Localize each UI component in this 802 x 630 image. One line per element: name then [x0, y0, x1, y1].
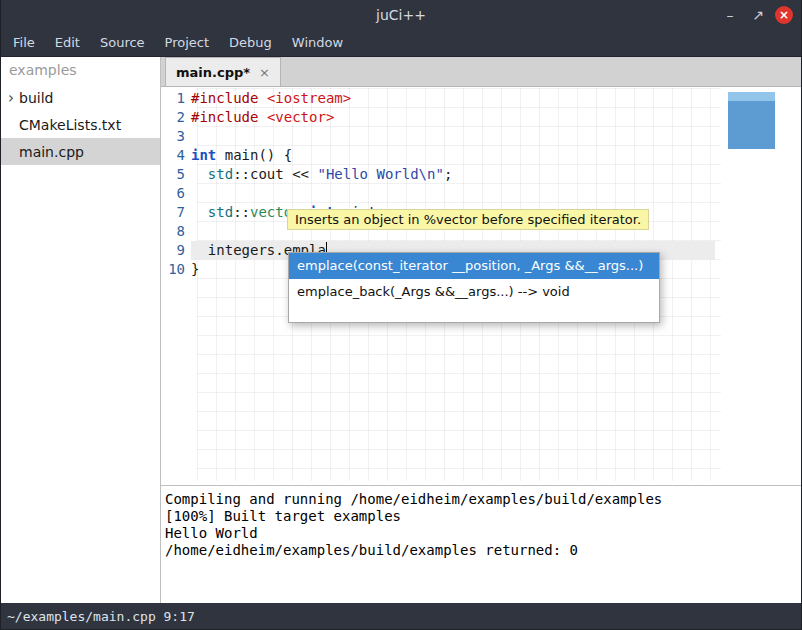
line-number: 9 — [161, 241, 191, 260]
code-token: } — [191, 261, 199, 277]
main-area: examples ›buildCMakeLists.txtmain.cpp ma… — [1, 57, 801, 603]
code-token: std — [208, 166, 233, 182]
line-number: 6 — [161, 184, 191, 203]
code-line-2: 2#include <vector> — [161, 108, 801, 127]
line-number: 5 — [161, 165, 191, 184]
menu-bar: FileEditSourceProjectDebugWindow — [1, 30, 801, 57]
autocomplete-popup: emplace(const_iterator __position, _Args… — [288, 252, 660, 323]
window-title: juCi++ — [1, 7, 801, 23]
code-text[interactable]: int main() { — [191, 146, 715, 165]
window-controls: – ↗ × — [719, 4, 801, 26]
title-bar: juCi++ – ↗ × — [1, 0, 801, 30]
chevron-right-icon: › — [3, 89, 19, 107]
sidebar-item-cmakelists.txt[interactable]: CMakeLists.txt — [1, 111, 160, 138]
code-token — [191, 204, 208, 220]
editor-column: main.cpp* × 1#include <iostream>2#includ… — [161, 57, 801, 603]
sidebar-item-main.cpp[interactable]: main.cpp — [1, 138, 160, 165]
code-token — [258, 90, 266, 106]
autocomplete-item[interactable]: emplace(const_iterator __position, _Args… — [289, 253, 659, 279]
terminal-line: Compiling and running /home/eidheim/exam… — [165, 491, 797, 508]
code-lines: 1#include <iostream>2#include <vector>34… — [161, 89, 801, 279]
minimize-button[interactable]: – — [719, 4, 741, 26]
code-text[interactable]: #include <vector> — [191, 108, 715, 127]
menu-file[interactable]: File — [3, 30, 45, 56]
code-token — [191, 166, 208, 182]
terminal-line: Hello World — [165, 525, 797, 542]
file-tree-header: examples — [1, 57, 160, 84]
code-line-4: 4int main() { — [161, 146, 801, 165]
close-button[interactable]: × — [775, 6, 793, 24]
scroll-overview-thumb[interactable] — [728, 92, 775, 149]
code-token: ::cout << — [233, 166, 317, 182]
code-token: int — [191, 147, 216, 163]
code-line-6: 6 — [161, 184, 801, 203]
code-token: <iostream> — [267, 90, 351, 106]
code-token: main() { — [216, 147, 292, 163]
code-line-1: 1#include <iostream> — [161, 89, 801, 108]
tab-main-cpp[interactable]: main.cpp* × — [165, 57, 281, 86]
line-number: 1 — [161, 89, 191, 108]
tab-bar: main.cpp* × — [161, 57, 801, 87]
sidebar-item-build[interactable]: ›build — [1, 84, 160, 111]
tab-label: main.cpp* — [176, 65, 250, 80]
menu-debug[interactable]: Debug — [219, 30, 282, 56]
file-label: main.cpp — [19, 144, 84, 160]
code-token: #include — [191, 109, 258, 125]
code-text[interactable]: std::cout << "Hello World\n"; — [191, 165, 715, 184]
code-token — [258, 109, 266, 125]
status-bar: ~/examples/main.cpp 9:17 — [1, 603, 801, 629]
terminal-line: /home/eidheim/examples/build/examples re… — [165, 542, 797, 559]
menu-window[interactable]: Window — [282, 30, 353, 56]
line-number: 8 — [161, 222, 191, 241]
app-window: juCi++ – ↗ × FileEditSourceProjectDebugW… — [0, 0, 802, 630]
status-file-position: ~/examples/main.cpp 9:17 — [7, 609, 195, 624]
menu-project[interactable]: Project — [155, 30, 219, 56]
terminal-line: [100%] Built target examples — [165, 508, 797, 525]
file-label: CMakeLists.txt — [19, 117, 121, 133]
code-text[interactable]: #include <iostream> — [191, 89, 715, 108]
code-line-5: 5 std::cout << "Hello World\n"; — [161, 165, 801, 184]
file-tree: ›buildCMakeLists.txtmain.cpp — [1, 84, 160, 165]
file-tree-panel: examples ›buildCMakeLists.txtmain.cpp — [1, 57, 161, 603]
code-text[interactable] — [191, 184, 715, 203]
code-token: std — [208, 204, 233, 220]
menu-source[interactable]: Source — [90, 30, 155, 56]
code-token: ; — [444, 166, 452, 182]
line-number: 7 — [161, 203, 191, 222]
code-token: <vector> — [267, 109, 334, 125]
code-text[interactable] — [191, 127, 715, 146]
tab-close-icon[interactable]: × — [259, 65, 270, 80]
code-token: "Hello World\n" — [317, 166, 443, 182]
code-line-3: 3 — [161, 127, 801, 146]
line-number: 4 — [161, 146, 191, 165]
line-number: 2 — [161, 108, 191, 127]
doc-tooltip: Inserts an object in %vector before spec… — [287, 209, 649, 230]
code-token: :: — [233, 204, 250, 220]
line-number: 3 — [161, 127, 191, 146]
code-token: #include — [191, 90, 258, 106]
menu-edit[interactable]: Edit — [45, 30, 90, 56]
terminal-output[interactable]: Compiling and running /home/eidheim/exam… — [161, 486, 801, 603]
autocomplete-item[interactable]: emplace_back(_Args &&__args...) --> void — [289, 279, 659, 305]
restore-button[interactable]: ↗ — [747, 4, 769, 26]
line-number: 10 — [161, 260, 191, 279]
code-editor[interactable]: 1#include <iostream>2#include <vector>34… — [161, 87, 801, 485]
file-label: build — [19, 90, 53, 106]
